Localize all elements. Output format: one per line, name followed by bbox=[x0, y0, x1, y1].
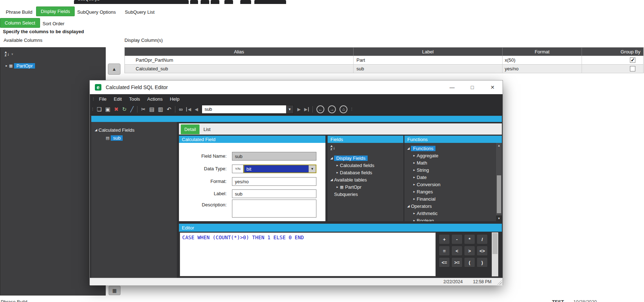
scrollbar-thumb[interactable] bbox=[497, 175, 501, 213]
fields-item-subqueries[interactable]: Subqueries bbox=[334, 191, 403, 198]
fields-item-partopr[interactable]: ▸ ▦ PartOpr bbox=[335, 183, 403, 191]
next-record-button[interactable]: ▶ bbox=[297, 107, 301, 111]
functions-item-conversion[interactable]: ▸Conversion bbox=[412, 181, 502, 188]
top-tool-button-2[interactable] bbox=[240, 0, 251, 4]
operator-less-button[interactable]: < bbox=[451, 246, 463, 256]
expand-icon[interactable]: ▸ bbox=[412, 211, 417, 215]
fields-item-display-fields[interactable]: ◢ Display Fields bbox=[329, 154, 403, 162]
tree-item-sub[interactable]: ▤ sub bbox=[106, 134, 177, 141]
format-field[interactable] bbox=[232, 177, 316, 186]
expand-icon[interactable]: ▸ bbox=[412, 197, 417, 201]
paste-button[interactable]: ▤ bbox=[149, 106, 154, 112]
top-combo-dropdown[interactable] bbox=[190, 0, 198, 4]
functions-item-ranges[interactable]: ▸Ranges bbox=[412, 188, 502, 195]
refresh-button[interactable]: ↻ bbox=[122, 106, 127, 112]
scroll-down-icon[interactable]: ▼ bbox=[496, 215, 502, 221]
expand-icon[interactable]: ▸ bbox=[412, 190, 417, 193]
undo-button[interactable]: ↶ bbox=[167, 106, 171, 112]
functions-scrollbar[interactable]: ▲ ▼ bbox=[496, 143, 502, 221]
functions-item-financial[interactable]: ▸Financial bbox=[412, 195, 502, 202]
operator-greater-button[interactable]: > bbox=[464, 246, 475, 256]
expand-icon[interactable]: ▸ bbox=[412, 161, 417, 165]
menu-actions[interactable]: Actions bbox=[144, 96, 166, 102]
tab-column-select[interactable]: Column Select bbox=[0, 18, 40, 28]
tab-sort-order[interactable]: Sort Order bbox=[38, 19, 69, 28]
col-header-groupby[interactable]: Group By bbox=[582, 48, 643, 56]
tab-detail[interactable]: Detail bbox=[181, 124, 200, 134]
back-button[interactable]: ← bbox=[316, 105, 324, 113]
top-tool-button-1[interactable] bbox=[224, 0, 233, 4]
operator-greaterequal-button[interactable]: >= bbox=[451, 257, 463, 267]
field-name-field[interactable] bbox=[232, 152, 316, 161]
fields-item-calculated-fields[interactable]: ▸ Calculated fields bbox=[335, 162, 403, 169]
scroll-up-icon[interactable]: ▲ bbox=[496, 143, 502, 147]
home-button[interactable]: ⌂ bbox=[339, 105, 347, 113]
operator-notequal-button[interactable]: <> bbox=[477, 246, 488, 256]
expand-icon[interactable]: ▸ bbox=[412, 183, 417, 186]
cut-button[interactable]: ✂ bbox=[141, 106, 146, 112]
expand-icon[interactable]: ▸ bbox=[412, 168, 417, 172]
collapse-icon[interactable]: ◢ bbox=[329, 156, 334, 160]
move-up-button[interactable]: ▲ bbox=[108, 64, 121, 75]
new-button[interactable]: ❏ bbox=[97, 106, 101, 112]
minimize-button[interactable]: — bbox=[442, 80, 462, 94]
top-query-combo[interactable]: SubQuery1 bbox=[74, 0, 189, 4]
paste-special-button[interactable]: ▥ bbox=[158, 106, 163, 112]
top-combo-2[interactable] bbox=[254, 0, 286, 4]
operator-divide-button[interactable]: / bbox=[477, 234, 488, 244]
collapse-icon[interactable]: ◢ bbox=[406, 146, 411, 150]
expand-icon[interactable]: ▸ bbox=[412, 154, 417, 157]
col-header-alias[interactable]: Alias bbox=[125, 48, 353, 56]
expand-icon[interactable]: ▸ bbox=[335, 185, 340, 189]
table-row[interactable]: Calculated_sub sub yes/no bbox=[124, 65, 644, 73]
expand-icon[interactable]: ▸ bbox=[4, 64, 9, 67]
menu-file[interactable]: File bbox=[95, 96, 110, 102]
expand-icon[interactable]: ▸ bbox=[412, 175, 417, 179]
menu-edit[interactable]: Edit bbox=[110, 96, 125, 102]
functions-item-aggregate[interactable]: ▸Aggregate bbox=[412, 152, 502, 159]
forward-button[interactable]: → bbox=[328, 105, 336, 113]
functions-item-string[interactable]: ▸String bbox=[412, 166, 502, 174]
expand-icon[interactable]: ▸ bbox=[335, 163, 340, 167]
sql-editor-textarea[interactable]: CASE WHEN (COUNT(*)>0) THEN 1 ELSE 0 END bbox=[180, 232, 436, 276]
groupby-checkbox[interactable] bbox=[630, 66, 635, 71]
col-header-label[interactable]: Label bbox=[353, 48, 502, 56]
functions-item-arithmetic[interactable]: ▸Arithmetic bbox=[412, 210, 502, 217]
table-row[interactable]: PartOpr_PartNum Part x(50) bbox=[124, 56, 644, 65]
description-field[interactable] bbox=[232, 200, 316, 218]
top-analyze-button[interactable] bbox=[211, 0, 219, 4]
scrollbar-thumb[interactable] bbox=[492, 233, 498, 254]
fields-item-available-tables[interactable]: ◢ Available tables bbox=[329, 176, 403, 183]
find-button[interactable]: ∞ bbox=[179, 106, 183, 112]
chevron-down-icon[interactable]: ▼ bbox=[308, 165, 316, 172]
tab-display-fields[interactable]: Display Fields bbox=[36, 6, 75, 16]
top-play-button[interactable] bbox=[201, 0, 209, 4]
functions-item-date[interactable]: ▸Date bbox=[412, 174, 502, 181]
grid-view-button[interactable]: ▦ bbox=[109, 286, 121, 295]
tree-root-calculated-fields[interactable]: ◢ Calculated Fields bbox=[93, 126, 177, 134]
tab-phrase-build[interactable]: Phrase Build bbox=[1, 8, 37, 17]
label-field[interactable] bbox=[232, 189, 316, 198]
record-combo[interactable]: sub ▼ bbox=[202, 105, 294, 114]
resize-grip[interactable] bbox=[497, 280, 502, 285]
col-header-format[interactable]: Format bbox=[502, 48, 582, 56]
last-record-button[interactable]: ▶ bbox=[304, 107, 309, 111]
tab-subquery-options[interactable]: SubQuery Options bbox=[73, 8, 120, 17]
expand-icon[interactable]: ▸ bbox=[412, 219, 417, 221]
functions-item-functions[interactable]: ◢ Functions bbox=[406, 145, 502, 152]
operator-closeparen-button[interactable]: ) bbox=[477, 257, 488, 267]
collapse-icon[interactable]: ◢ bbox=[406, 204, 411, 208]
editor-scrollbar[interactable] bbox=[492, 232, 498, 276]
tree-item-partopr[interactable]: ▸ ▦ PartOpr bbox=[4, 62, 105, 69]
operator-lessequal-button[interactable]: <= bbox=[439, 257, 450, 267]
expand-icon[interactable]: ▸ bbox=[335, 171, 340, 174]
functions-item-operators[interactable]: ◢Operators bbox=[406, 202, 502, 210]
groupby-checkbox[interactable] bbox=[630, 57, 635, 63]
functions-item-boolean[interactable]: ▸Boolean bbox=[412, 217, 502, 221]
functions-item-math[interactable]: ▸Math bbox=[412, 159, 502, 166]
menu-tools[interactable]: Tools bbox=[126, 96, 144, 102]
operator-minus-button[interactable]: - bbox=[451, 234, 463, 244]
fields-item-database-fields[interactable]: ▸ Database fields bbox=[335, 169, 403, 176]
previous-record-button[interactable]: ◀ bbox=[195, 107, 198, 111]
tab-subquery-list[interactable]: SubQuery List bbox=[121, 8, 159, 17]
